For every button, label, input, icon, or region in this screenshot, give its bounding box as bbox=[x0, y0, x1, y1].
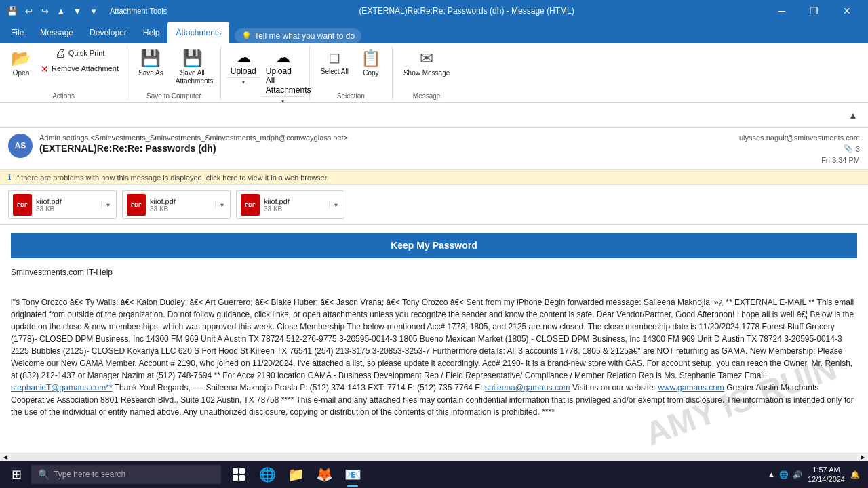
tab-file[interactable]: File bbox=[3, 22, 32, 43]
tray-arrow[interactable]: ▲ bbox=[768, 470, 775, 479]
email-area: ▲ AS Admin settings <Sminvestments_Sminv… bbox=[0, 103, 868, 461]
scroll-track[interactable] bbox=[11, 453, 857, 461]
tab-help[interactable]: Help bbox=[135, 22, 168, 43]
taskbar: ⊞ 🔍 🌐 📁 🦊 📧 ▲ 🌐 🔊 1:57 AM 12/14/2024 🔔 bbox=[0, 461, 868, 488]
save-as-button[interactable]: 💾 Save As bbox=[133, 46, 169, 80]
body-sender: Sminvestments.com IT-Help bbox=[11, 266, 857, 279]
copy-button[interactable]: 📋 Copy bbox=[355, 46, 387, 80]
clock-time: 1:57 AM bbox=[808, 465, 845, 474]
email-header-info: Admin settings <Sminvestments_Sminvestme… bbox=[39, 134, 732, 154]
print-icon: 🖨 bbox=[55, 47, 66, 60]
svg-rect-1 bbox=[239, 468, 245, 474]
info-bar[interactable]: ℹ If there are problems with how this me… bbox=[0, 170, 868, 185]
show-message-label: Show Message bbox=[403, 69, 450, 77]
attachment-item-1[interactable]: PDF kiiof.pdf 33 KB ▾ bbox=[8, 190, 117, 219]
paperclip-icon: 📎 bbox=[844, 144, 853, 153]
close-button[interactable]: ✕ bbox=[831, 0, 863, 22]
copy-icon: 📋 bbox=[361, 49, 381, 68]
remove-attachment-button[interactable]: ✕ Remove Attachment bbox=[38, 62, 121, 76]
save-all-attachments-button[interactable]: 💾 Save All Attachments bbox=[170, 46, 215, 88]
attachment-dropdown-3[interactable]: ▾ bbox=[329, 201, 340, 209]
select-all-label: Select All bbox=[321, 68, 349, 76]
svg-rect-3 bbox=[239, 475, 245, 481]
undo-qa-button[interactable]: ↩ bbox=[22, 4, 35, 18]
quick-print-label: Quick Print bbox=[68, 49, 105, 58]
attachment-item-3[interactable]: PDF kiiof.pdf 33 KB ▾ bbox=[236, 190, 344, 219]
horizontal-scrollbar[interactable]: ◀ ▶ bbox=[0, 453, 868, 461]
save-as-label: Save As bbox=[138, 69, 163, 77]
email-header: AS Admin settings <Sminvestments_Sminves… bbox=[0, 128, 868, 170]
tell-me-input[interactable]: 💡 Tell me what you want to do bbox=[235, 28, 361, 43]
tell-me-label: Tell me what you want to do bbox=[254, 31, 355, 41]
link-stephanie-email[interactable]: stephanieT@gamaus.com** bbox=[11, 383, 113, 392]
pdf-icon-1: PDF bbox=[13, 194, 32, 216]
restore-button[interactable]: ❐ bbox=[799, 0, 830, 22]
start-button[interactable]: ⊞ bbox=[3, 461, 30, 488]
attachment-info-3: kiiof.pdf 33 KB bbox=[264, 197, 325, 213]
taskbar-right: ▲ 🌐 🔊 1:57 AM 12/14/2024 🔔 bbox=[768, 465, 865, 485]
attachment-item-2[interactable]: PDF kiiof.pdf 33 KB ▾ bbox=[122, 190, 231, 219]
quick-print-button[interactable]: 🖨 Quick Print bbox=[38, 46, 121, 61]
outlook-button[interactable]: 📧 bbox=[339, 461, 366, 488]
ribbon-group-save-to-cloud: ☁ Upload ▾ ☁ Upload All Attachments ▾ Sa… bbox=[221, 46, 310, 100]
edge-button[interactable]: 🌐 bbox=[254, 461, 281, 488]
search-icon: 🔍 bbox=[38, 469, 50, 480]
pdf-icon-3: PDF bbox=[241, 194, 260, 216]
email-subject: (EXTERNAL)Re:Re:Re: Passwords (dh) bbox=[39, 143, 732, 154]
remove-label: Remove Attachment bbox=[52, 64, 119, 73]
tab-attachments[interactable]: Attachments bbox=[167, 22, 229, 43]
customize-qa-button[interactable]: ▾ bbox=[87, 4, 100, 18]
taskbar-search[interactable]: 🔍 bbox=[31, 465, 221, 484]
search-input[interactable] bbox=[54, 470, 214, 479]
down-qa-button[interactable]: ▼ bbox=[71, 4, 84, 18]
ribbon-group-selection: ◻ Select All 📋 Copy Selection bbox=[310, 46, 393, 100]
file-explorer-button[interactable]: 📁 bbox=[282, 461, 309, 488]
link-website[interactable]: www.gamaus.com bbox=[658, 383, 724, 392]
show-message-button[interactable]: ✉ Show Message bbox=[398, 46, 455, 80]
attachment-name-1: kiiof.pdf bbox=[36, 197, 97, 205]
info-icon: ℹ bbox=[8, 173, 11, 182]
tab-message[interactable]: Message bbox=[32, 22, 81, 43]
open-button[interactable]: 📂 Open bbox=[5, 46, 37, 80]
firefox-button[interactable]: 🦊 bbox=[311, 461, 338, 488]
scroll-right-button[interactable]: ▶ bbox=[857, 453, 868, 462]
email-banner: Keep My Password bbox=[11, 233, 857, 258]
attachment-info-2: kiiof.pdf 33 KB bbox=[150, 197, 211, 213]
show-message-icon: ✉ bbox=[420, 49, 433, 68]
quick-access-toolbar: 💾 ↩ ↪ ▲ ▼ ▾ bbox=[5, 4, 100, 18]
taskview-button[interactable] bbox=[225, 461, 252, 488]
save-qa-button[interactable]: 💾 bbox=[5, 4, 19, 18]
up-qa-button[interactable]: ▲ bbox=[54, 4, 68, 18]
upload-button[interactable]: ☁ Upload bbox=[226, 46, 260, 77]
ribbon-group-actions: 📂 Open 🖨 Quick Print ✕ Remove Attachment… bbox=[0, 46, 127, 100]
taskbar-apps: 🌐 📁 🦊 📧 bbox=[225, 461, 366, 488]
remove-icon: ✕ bbox=[41, 64, 49, 75]
attachment-size-2: 33 KB bbox=[150, 205, 211, 213]
link-saileena-email[interactable]: saileena@gamaus.com bbox=[485, 383, 570, 392]
upload-dropdown-button[interactable]: ▾ bbox=[226, 77, 260, 87]
minimize-button[interactable]: ─ bbox=[766, 0, 797, 22]
tab-developer[interactable]: Developer bbox=[81, 22, 135, 43]
email-body: Keep My Password Sminvestments.com IT-He… bbox=[0, 225, 868, 453]
attachment-dropdown-2[interactable]: ▾ bbox=[215, 201, 226, 209]
redo-qa-button[interactable]: ↪ bbox=[38, 4, 52, 18]
pdf-icon-2: PDF bbox=[127, 194, 146, 216]
selection-group-label: Selection bbox=[315, 91, 387, 100]
ribbon-group-save-to-computer: 💾 Save As 💾 Save All Attachments Save to… bbox=[127, 46, 221, 100]
notification-button[interactable]: 🔔 bbox=[850, 470, 860, 479]
collapse-header-button[interactable]: ▲ bbox=[846, 108, 860, 122]
email-from: Admin settings <Sminvestments_Sminvestme… bbox=[39, 134, 732, 142]
lightbulb-icon: 💡 bbox=[241, 31, 252, 41]
attachment-name-2: kiiof.pdf bbox=[150, 197, 211, 205]
upload-all-button[interactable]: ☁ Upload All Attachments bbox=[262, 46, 304, 96]
attachment-dropdown-1[interactable]: ▾ bbox=[101, 201, 112, 209]
info-message: If there are problems with how this mess… bbox=[15, 174, 329, 182]
save-to-computer-label: Save to Computer bbox=[133, 91, 215, 100]
select-all-button[interactable]: ◻ Select All bbox=[315, 46, 354, 79]
scroll-left-button[interactable]: ◀ bbox=[0, 453, 11, 462]
expand-collapse-bar bbox=[8, 111, 10, 119]
actions-group-label: Actions bbox=[5, 91, 121, 100]
title-bar: 💾 ↩ ↪ ▲ ▼ ▾ Attachment Tools (EXTERNAL)R… bbox=[0, 0, 868, 22]
clock-date: 12/14/2024 bbox=[808, 474, 845, 484]
system-tray: ▲ 🌐 🔊 bbox=[768, 470, 802, 479]
